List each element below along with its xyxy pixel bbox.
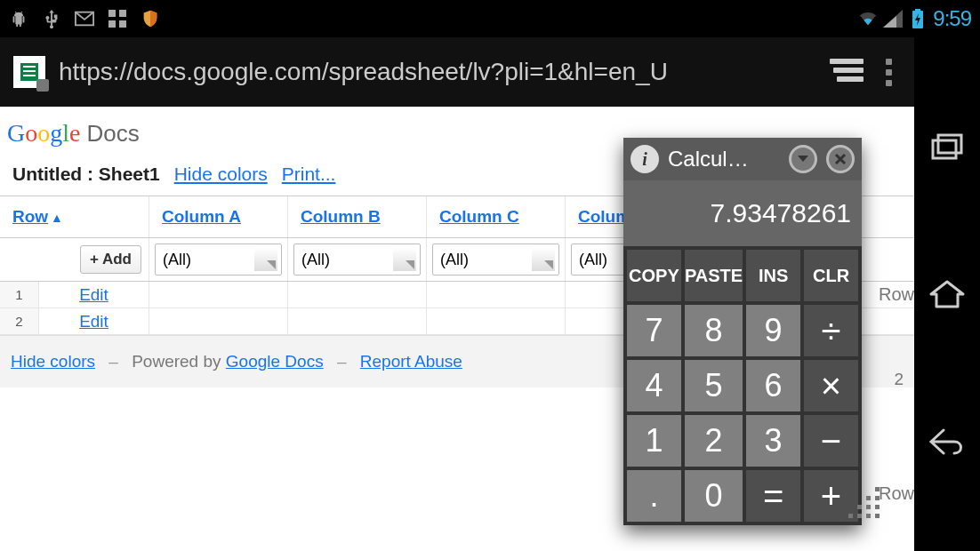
calc-key-7[interactable]: 7 — [627, 305, 681, 356]
calc-paste-button[interactable]: PASTE — [685, 250, 743, 301]
column-header-c[interactable]: Column C — [427, 196, 566, 237]
svg-rect-3 — [108, 20, 116, 28]
filter-select-a[interactable]: (All) — [155, 244, 282, 276]
status-clock: 9:59 — [933, 6, 971, 31]
nav-back-button[interactable] — [928, 422, 967, 461]
calculator-keypad: COPY PASTE INS CLR 7 8 9 ÷ 4 5 6 × 1 2 3… — [623, 246, 862, 525]
calc-key-0[interactable]: 0 — [685, 470, 743, 522]
calc-key-dot[interactable]: . — [627, 470, 681, 522]
row-number: 2 — [0, 308, 39, 334]
overflow-menu-button[interactable] — [877, 55, 901, 90]
calculator-display: 7.93478261 — [623, 180, 862, 246]
wifi-icon — [858, 9, 878, 28]
shield-icon — [141, 9, 160, 28]
edit-row-link[interactable]: Edit — [39, 282, 149, 307]
tabs-button[interactable] — [830, 59, 864, 85]
docs-word: Docs — [86, 120, 139, 147]
svg-rect-2 — [119, 10, 126, 17]
gmail-icon — [75, 9, 94, 28]
rhs-row-label: Row — [879, 284, 914, 305]
row-header[interactable]: Row▲ — [0, 196, 149, 237]
calc-key-9[interactable]: 9 — [746, 305, 800, 356]
calc-key-2[interactable]: 2 — [685, 415, 743, 467]
calc-key-8[interactable]: 8 — [685, 305, 743, 356]
calc-key-5[interactable]: 5 — [685, 360, 743, 411]
filter-select-b[interactable]: (All) — [293, 244, 421, 276]
status-left-icons — [9, 9, 160, 28]
nav-home-button[interactable] — [928, 275, 967, 314]
calc-key-equals[interactable]: = — [746, 470, 800, 522]
calc-clr-button[interactable]: CLR — [804, 250, 858, 301]
calculator-titlebar[interactable]: i Calcul… — [623, 138, 862, 180]
svg-rect-6 — [915, 9, 920, 12]
svg-rect-1 — [108, 10, 116, 17]
close-icon[interactable] — [826, 145, 855, 173]
status-right-icons: 9:59 — [858, 6, 971, 31]
calc-key-3[interactable]: 3 — [746, 415, 800, 467]
android-status-bar: 9:59 — [0, 0, 980, 37]
site-favicon — [13, 56, 45, 88]
battery-charging-icon — [908, 9, 928, 28]
rhs-count-label: 2 — [894, 370, 904, 389]
minimize-icon[interactable] — [789, 145, 817, 173]
footer-google-docs-link[interactable]: Google Docs — [226, 352, 324, 371]
url-bar[interactable]: https://docs.google.com/spreadsheet/lv?p… — [59, 58, 816, 86]
calc-key-multiply[interactable]: × — [804, 360, 858, 411]
calc-key-subtract[interactable]: − — [804, 415, 858, 467]
grid-icon — [108, 9, 127, 28]
column-header-b[interactable]: Column B — [288, 196, 427, 237]
svg-rect-8 — [938, 135, 961, 153]
sort-asc-icon: ▲ — [51, 211, 63, 225]
calc-key-6[interactable]: 6 — [746, 360, 800, 411]
calc-ins-button[interactable]: INS — [746, 250, 800, 301]
edit-row-link[interactable]: Edit — [39, 308, 149, 334]
android-debug-icon — [9, 9, 28, 28]
print-link[interactable]: Print... — [282, 164, 336, 185]
calculator-window[interactable]: i Calcul… 7.93478261 COPY PASTE INS CLR … — [623, 138, 862, 525]
footer-powered-text: Powered by — [132, 352, 226, 371]
svg-rect-4 — [119, 20, 126, 28]
calc-key-divide[interactable]: ÷ — [804, 305, 858, 356]
calc-copy-button[interactable]: COPY — [627, 250, 681, 301]
hide-colors-link[interactable]: Hide colors — [174, 164, 268, 185]
add-row-button[interactable]: + Add — [80, 245, 141, 274]
browser-toolbar: https://docs.google.com/spreadsheet/lv?p… — [0, 37, 914, 107]
signal-icon — [883, 9, 903, 28]
footer-hide-colors-link[interactable]: Hide colors — [11, 352, 95, 371]
usb-icon — [42, 9, 61, 28]
row-number: 1 — [0, 282, 39, 307]
calc-key-4[interactable]: 4 — [627, 360, 681, 411]
nav-recents-button[interactable] — [928, 127, 967, 166]
filter-select-c[interactable]: (All) — [432, 244, 559, 276]
column-header-a[interactable]: Column A — [149, 196, 288, 237]
calc-key-1[interactable]: 1 — [627, 415, 681, 467]
resize-grip[interactable] — [848, 487, 884, 523]
calculator-title: Calcul… — [668, 147, 780, 172]
android-nav-bar — [914, 37, 980, 551]
footer-report-abuse-link[interactable]: Report Abuse — [360, 352, 462, 371]
sheet-title: Untitled : Sheet1 — [12, 164, 160, 185]
info-icon[interactable]: i — [631, 145, 659, 173]
svg-rect-7 — [933, 140, 956, 158]
